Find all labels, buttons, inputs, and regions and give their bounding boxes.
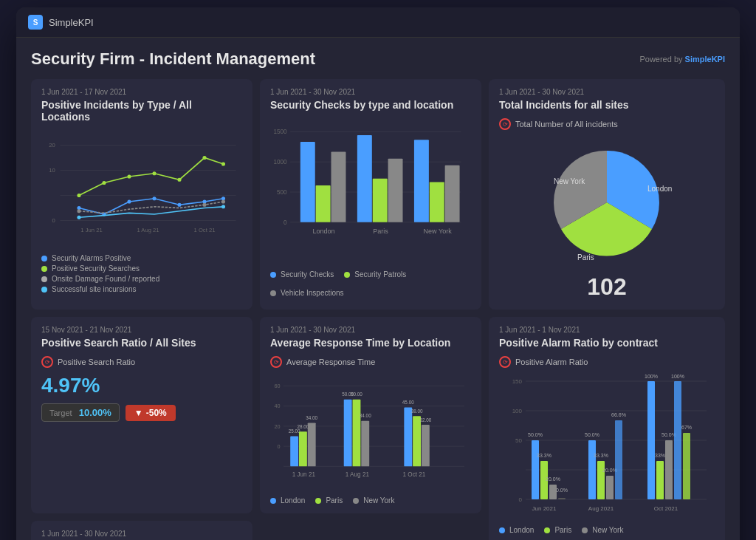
svg-text:66.6%: 66.6%	[611, 412, 626, 417]
legend-alarm-london: London	[499, 526, 534, 534]
svg-rect-100	[588, 440, 596, 499]
svg-rect-73	[404, 408, 412, 467]
app-logo: S	[28, 15, 43, 30]
svg-text:100: 100	[512, 408, 523, 414]
legend-dot-alarms	[41, 256, 47, 262]
svg-rect-102	[597, 461, 605, 499]
page-title: Security Firm - Incident Management	[31, 49, 315, 69]
svg-rect-91	[532, 440, 539, 499]
dashboard-grid: 1 Jun 2021 - 17 Nov 2021 Positive Incide…	[31, 79, 725, 540]
bar-chart-svg: 1500 1000 500 0	[270, 118, 471, 266]
svg-text:20.0%: 20.0%	[602, 468, 617, 473]
card-search-ratio: 15 Nov 2021 - 21 Nov 2021 Positive Searc…	[31, 317, 252, 513]
svg-text:34.00: 34.00	[360, 413, 371, 418]
legend-dot-alarm-paris	[544, 527, 550, 533]
card3-subtitle: ⟳ Total Number of All incidents	[499, 118, 715, 130]
kpi-icon-incidents: ⟳	[499, 118, 511, 130]
svg-text:Paris: Paris	[373, 228, 388, 235]
svg-text:20.0%: 20.0%	[546, 476, 560, 482]
card6-date: 1 Jun 2021 - 1 Nov 2021	[499, 326, 715, 334]
svg-rect-75	[413, 416, 421, 466]
card-response-time: 1 Jun 2021 - 30 Nov 2021 Average Respons…	[260, 317, 481, 513]
svg-text:50.0%: 50.0%	[528, 432, 543, 437]
svg-text:32.00: 32.00	[419, 417, 431, 423]
card-alarm-ratio: 1 Jun 2021 - 1 Nov 2021 Positive Alarm R…	[489, 317, 725, 540]
legend-security-patrols: Security Patrols	[344, 270, 406, 278]
svg-text:London: London	[312, 228, 334, 235]
svg-rect-65	[308, 423, 316, 466]
svg-rect-98	[558, 498, 566, 499]
card5-legend: London Paris New York	[270, 496, 471, 505]
app-name: SimpleKPI	[49, 17, 94, 28]
svg-text:67%: 67%	[681, 425, 692, 430]
svg-text:1 Aug 21: 1 Aug 21	[346, 471, 370, 478]
card6-title: Positive Alarm Ratio by contract	[499, 337, 715, 349]
svg-point-28	[221, 205, 225, 208]
down-arrow-icon: ▼	[134, 408, 143, 418]
target-label: Target 10.00%	[41, 403, 120, 422]
legend-newyork: New York	[353, 496, 394, 505]
kpi-icon-response: ⟳	[270, 356, 282, 368]
svg-text:0: 0	[52, 217, 55, 224]
svg-rect-45	[445, 165, 460, 222]
card-patrols: 1 Jun 2021 - 30 Nov 2021 Number of Patro…	[31, 521, 252, 540]
legend-dot-security-patrols	[344, 272, 350, 278]
bar-chart-area: 1500 1000 500 0	[270, 118, 471, 266]
legend-dot-alarm-london	[499, 527, 505, 533]
card6-legend: London Paris New York	[499, 526, 715, 534]
svg-point-18	[102, 181, 106, 185]
card5-kpi-label: Average Response Time	[286, 358, 375, 366]
svg-text:London: London	[647, 185, 672, 193]
svg-rect-104	[606, 476, 614, 499]
svg-rect-61	[290, 437, 298, 467]
legend-dot-paris	[315, 498, 321, 504]
main-content: Security Firm - Incident Management Powe…	[16, 38, 740, 540]
svg-text:0: 0	[519, 496, 523, 503]
svg-text:100%: 100%	[645, 374, 658, 379]
svg-text:1000: 1000	[274, 159, 288, 165]
svg-point-12	[127, 199, 131, 203]
svg-rect-42	[388, 159, 403, 222]
page-header: Security Firm - Incident Management Powe…	[31, 49, 725, 69]
svg-text:10: 10	[49, 167, 55, 174]
svg-text:50.00: 50.00	[351, 392, 362, 397]
card2-legend: Security Checks Security Patrols Vehicle…	[270, 270, 471, 297]
svg-text:0: 0	[278, 443, 281, 450]
svg-rect-113	[665, 440, 673, 499]
response-chart-svg: 60 40 20 0 25.00 28.00 34.00 50.00	[270, 374, 471, 492]
svg-rect-67	[344, 400, 352, 467]
alarm-chart-area: 150 100 50 0 50.0% 33.3% 20.0% Jun 2021	[499, 374, 715, 522]
card7-date: 1 Jun 2021 - 30 Nov 2021	[41, 530, 242, 538]
card-security-checks: 1 Jun 2021 - 30 Nov 2021 Security Checks…	[260, 79, 481, 310]
svg-text:Oct 2021: Oct 2021	[654, 505, 678, 512]
svg-text:38.00: 38.00	[411, 409, 423, 414]
legend-dot-alarm-newyork	[582, 527, 588, 533]
legend-incursions: Successful site incursions	[41, 285, 242, 293]
app-window: S SimpleKPI Security Firm - Incident Man…	[16, 7, 740, 540]
svg-point-22	[202, 156, 206, 160]
alarm-chart-svg: 150 100 50 0 50.0% 33.3% 20.0% Jun 2021	[499, 374, 715, 522]
legend-vehicle-inspections: Vehicle Inspections	[270, 289, 344, 297]
pie-chart-svg: London Paris New York	[526, 136, 688, 269]
legend-dot-security-checks	[270, 272, 276, 278]
legend-security-checks: Security Checks	[270, 270, 334, 278]
svg-text:1 Jun 21: 1 Jun 21	[80, 227, 102, 233]
card5-date: 1 Jun 2021 - 30 Nov 2021	[270, 326, 471, 334]
card4-value: 4.97%	[41, 374, 242, 397]
svg-text:1 Oct 21: 1 Oct 21	[403, 471, 426, 478]
card5-title: Average Response Time by Location	[270, 337, 471, 349]
svg-text:Paris: Paris	[577, 253, 594, 262]
svg-text:1500: 1500	[274, 129, 288, 135]
legend-paris: Paris	[315, 496, 343, 505]
svg-text:0: 0	[284, 219, 287, 226]
svg-text:Aug 2021: Aug 2021	[588, 505, 614, 512]
svg-rect-37	[300, 142, 315, 222]
legend-alarms: Security Alarms Positive	[41, 254, 242, 262]
svg-text:33.3%: 33.3%	[537, 453, 551, 458]
svg-text:150: 150	[512, 378, 523, 385]
svg-rect-69	[353, 400, 361, 467]
card3-kpi-label: Total Number of All incidents	[515, 120, 618, 129]
legend-dot-incursions	[41, 287, 47, 293]
svg-text:33%: 33%	[655, 453, 665, 458]
svg-point-25	[202, 203, 206, 207]
